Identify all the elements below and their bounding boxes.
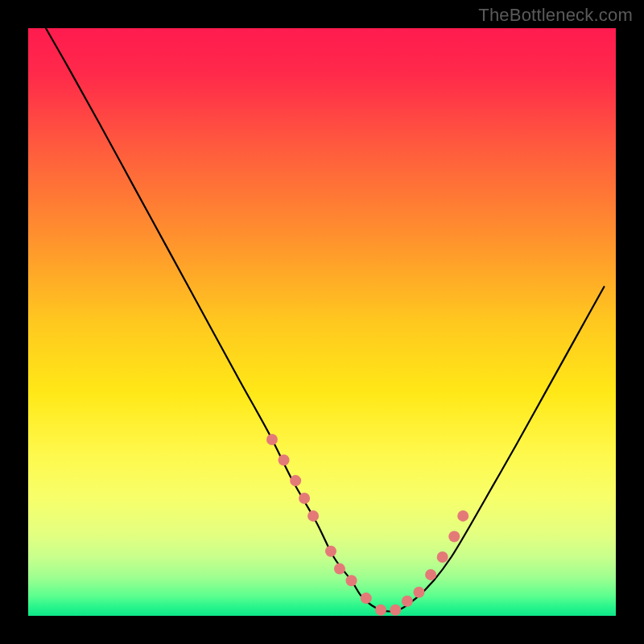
watermark-text: TheBottleneck.com	[478, 5, 633, 26]
marker-dot	[346, 575, 357, 586]
chart-frame: TheBottleneck.com	[0, 0, 644, 644]
marker-dot	[266, 434, 278, 445]
marker-dot	[325, 546, 336, 557]
marker-dot	[402, 596, 413, 607]
marker-dot	[457, 510, 469, 522]
marker-dot	[375, 605, 386, 616]
marker-dot	[437, 551, 448, 563]
gradient-background	[28, 28, 616, 616]
marker-dot	[279, 455, 290, 466]
plot-area	[28, 28, 616, 616]
marker-dot	[390, 605, 401, 616]
marker-dot	[448, 530, 460, 542]
chart-svg	[28, 28, 616, 616]
marker-dot	[308, 510, 319, 522]
marker-dot	[299, 493, 310, 504]
marker-dot	[361, 592, 372, 604]
marker-dot	[413, 587, 424, 598]
marker-dot	[425, 569, 436, 580]
marker-dot	[334, 564, 345, 575]
marker-dot	[290, 475, 301, 486]
